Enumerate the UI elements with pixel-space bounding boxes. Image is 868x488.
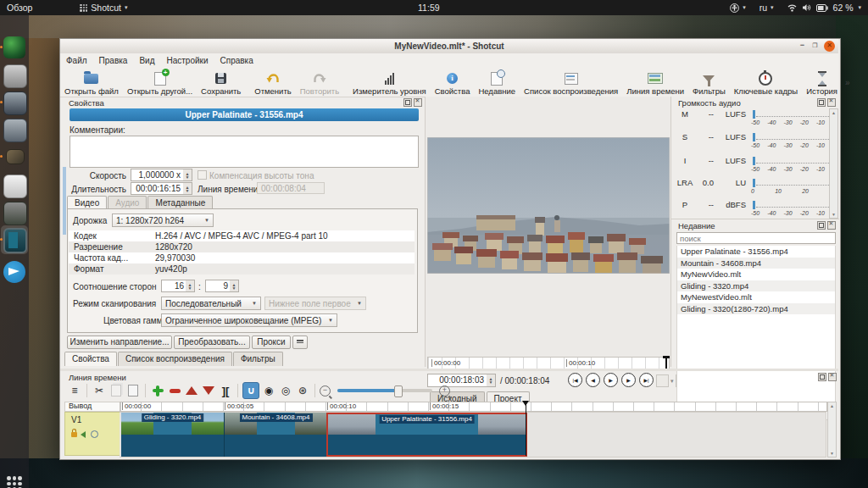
list-item[interactable]: Upper Palatinate - 31556.mp4 xyxy=(677,246,835,258)
aspect-height-spinner[interactable]: ▲▼ xyxy=(230,280,239,292)
tab-playlist[interactable]: Список воспроизведения xyxy=(118,352,232,366)
scroll-up-icon[interactable]: ▲ xyxy=(830,110,837,115)
comments-input[interactable] xyxy=(70,136,419,168)
dock-app-archive[interactable] xyxy=(3,64,27,88)
zoom-out-button[interactable]: − xyxy=(320,385,331,396)
proxy-button[interactable]: Прокси xyxy=(252,336,291,349)
ripple-delete-button[interactable] xyxy=(167,383,182,398)
cut-button[interactable]: ✂ xyxy=(92,383,107,398)
hide-icon[interactable] xyxy=(91,430,98,438)
toolbar-overflow-button[interactable]: » xyxy=(842,78,854,87)
timeline-zoom-slider[interactable] xyxy=(337,389,432,392)
mute-icon[interactable] xyxy=(81,431,86,438)
level-meter-button[interactable]: Измеритель уровня xyxy=(348,69,431,96)
change-direction-button[interactable]: Изменить направление... xyxy=(67,336,172,349)
undock-icon[interactable] xyxy=(817,221,826,230)
copy-button[interactable] xyxy=(108,383,124,398)
audio-panel-scrollbar[interactable]: ▲ ▼ xyxy=(829,108,838,219)
duration-spinner[interactable]: ▲▼ xyxy=(183,182,192,195)
dock-app-document[interactable] xyxy=(3,175,27,198)
recent-button[interactable]: Недавние xyxy=(474,69,520,96)
app-menu[interactable]: Shotcut▾ xyxy=(73,3,134,13)
scroll-down-icon[interactable]: ▼ xyxy=(828,451,836,456)
aspect-width-input[interactable]: 16 xyxy=(161,280,187,292)
scroll-up-icon[interactable]: ▲ xyxy=(828,403,836,408)
filters-button[interactable]: Фильтры xyxy=(688,69,730,96)
split-button[interactable]: ][ xyxy=(218,383,233,398)
zoom-in-button[interactable]: + xyxy=(439,385,450,396)
track-combobox[interactable]: 1: 1280x720 h264▼ xyxy=(112,214,214,227)
splitter[interactable] xyxy=(60,369,838,371)
close-icon[interactable] xyxy=(828,373,837,381)
close-button[interactable]: ✕ xyxy=(824,41,835,52)
duration-input[interactable]: 00:00:16:15 xyxy=(131,182,184,195)
show-applications-button[interactable] xyxy=(7,476,22,488)
snap-toggle-button[interactable]: ∪ xyxy=(242,382,259,399)
tab-properties[interactable]: Свойства xyxy=(64,352,117,366)
ripple-all-tracks-button[interactable]: ⊛ xyxy=(295,383,310,398)
timeline-scrollbar[interactable]: ▲ ▼ xyxy=(827,402,837,458)
menu-settings[interactable]: Настройки xyxy=(160,53,214,68)
speed-spinner[interactable]: ▲▼ xyxy=(183,169,192,181)
list-item[interactable]: Gliding - 3320.mp4 xyxy=(677,280,835,292)
list-item[interactable]: MyNewestVideo.mlt xyxy=(677,291,835,303)
lock-icon[interactable] xyxy=(71,432,77,437)
track-head-v1[interactable]: V1 xyxy=(64,412,121,456)
system-indicators[interactable]: 62 % ▾ xyxy=(781,3,868,13)
window-titlebar[interactable]: MyNewVideo.mlt* - Shotcut − ❐ ✕ xyxy=(60,39,838,54)
playlist-button[interactable]: Список воспроизведения xyxy=(520,69,622,96)
slider-handle[interactable] xyxy=(394,385,403,397)
scroll-down-icon[interactable]: ▼ xyxy=(830,212,837,217)
close-icon[interactable] xyxy=(827,98,836,107)
timeline-clip-mountain[interactable]: Mountain - 34608.mp4 xyxy=(224,413,327,457)
undock-icon[interactable] xyxy=(818,373,826,381)
dock-app-window[interactable] xyxy=(3,119,27,142)
menu-edit[interactable]: Правка xyxy=(93,53,134,68)
tab-video[interactable]: Видео xyxy=(67,196,107,209)
undock-icon[interactable] xyxy=(403,98,412,107)
dock-app-sphere[interactable] xyxy=(3,36,25,58)
lift-button[interactable] xyxy=(184,383,199,398)
panel-scrollbar[interactable] xyxy=(63,167,66,235)
minimize-button[interactable]: − xyxy=(797,41,808,52)
output-track-head[interactable]: Вывод xyxy=(64,402,125,412)
list-item[interactable]: MyNewVideo.mlt xyxy=(677,269,835,280)
overwrite-button[interactable] xyxy=(201,383,216,398)
timeline-clip-palatinate-selected[interactable]: Upper Palatinate - 31556.mp4 xyxy=(326,413,527,457)
dock-app-tool[interactable] xyxy=(6,149,25,164)
dock-app-telegram[interactable] xyxy=(3,261,25,283)
properties-menu-button[interactable] xyxy=(292,336,308,349)
save-button[interactable]: Сохранить xyxy=(197,69,245,96)
open-file-button[interactable]: Открыть файл xyxy=(60,69,123,96)
list-item[interactable]: Gliding - 3320(1280-720).mp4 xyxy=(677,303,835,315)
speed-input[interactable]: 1,000000 x xyxy=(131,169,184,181)
undock-icon[interactable] xyxy=(817,98,826,107)
properties-button[interactable]: i Свойства xyxy=(431,69,475,96)
timeline-menu-button[interactable]: ≡ xyxy=(67,383,82,398)
clock[interactable]: 11:59 xyxy=(411,3,447,13)
aspect-width-spinner[interactable]: ▲▼ xyxy=(186,280,195,292)
activities-button[interactable]: Обзор xyxy=(0,3,39,13)
open-other-button[interactable]: + Открыть другой... xyxy=(123,69,197,96)
pitch-compensation-checkbox[interactable] xyxy=(198,170,207,180)
maximize-button[interactable]: ❐ xyxy=(810,41,821,52)
color-range-combobox[interactable]: Ограниченное широковещание (MPEG)▼ xyxy=(161,313,337,327)
convert-button[interactable]: Преобразовать... xyxy=(174,336,250,349)
dock-app-shotcut[interactable] xyxy=(3,228,27,253)
close-icon[interactable] xyxy=(827,221,836,230)
timeline-playhead[interactable] xyxy=(526,402,526,456)
paste-button[interactable] xyxy=(125,383,141,398)
timeline-clip-gliding[interactable]: Gliding - 3320.mp4 xyxy=(121,413,224,457)
close-icon[interactable] xyxy=(414,98,422,107)
history-button[interactable]: История xyxy=(802,69,842,96)
keyboard-layout-indicator[interactable]: ru▾ xyxy=(753,3,781,13)
scrub-while-dragging-button[interactable]: ◉ xyxy=(261,383,276,398)
menu-view[interactable]: Вид xyxy=(133,53,160,68)
ripple-toggle-button[interactable]: ◎ xyxy=(278,383,293,398)
timeline-button[interactable]: Линия времени xyxy=(622,69,688,96)
tab-metadata[interactable]: Метаданные xyxy=(147,196,213,209)
timeline-ruler[interactable]: 00:00:00 00:00:05 00:00:10 00:00:15 xyxy=(120,402,827,412)
video-preview[interactable] xyxy=(427,137,670,274)
keyframes-button[interactable]: Ключевые кадры xyxy=(730,69,802,96)
recent-search-input[interactable] xyxy=(676,232,836,244)
